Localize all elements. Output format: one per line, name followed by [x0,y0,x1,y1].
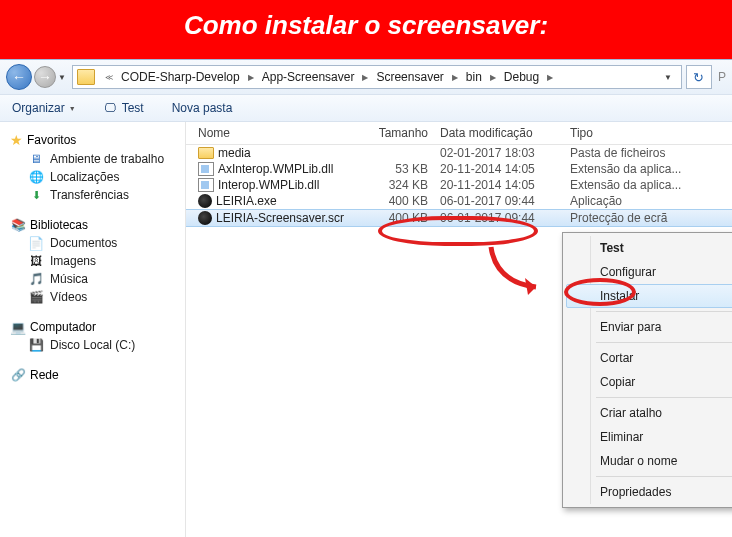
sidebar-images[interactable]: Imagens [6,252,179,270]
search-box-edge[interactable]: P [714,70,726,84]
file-date: 02-01-2017 18:03 [440,146,570,160]
ctx-rename[interactable]: Mudar o nome [566,449,732,473]
file-size: 400 KB [366,211,440,225]
separator [596,311,732,312]
sidebar-documents[interactable]: Documentos [6,234,179,252]
ctx-cut[interactable]: Cortar [566,346,732,370]
sidebar-desktop[interactable]: 🖥Ambiente de trabalho [6,150,179,168]
chevron-right-icon[interactable]: ▶ [356,73,374,82]
star-icon: ★ [10,132,23,148]
column-type[interactable]: Tipo [570,126,732,140]
exe-icon [198,194,212,208]
column-modified[interactable]: Data modificação [440,126,570,140]
folder-icon [77,69,95,85]
new-folder-button[interactable]: Nova pasta [172,101,233,115]
document-icon [28,236,44,250]
network-group[interactable]: Rede [6,366,179,384]
dll-icon [198,162,214,176]
ctx-shortcut[interactable]: Criar atalho [566,401,732,425]
file-size: 400 KB [366,194,440,208]
file-list: Nome Tamanho Data modificação Tipo media… [186,122,732,537]
sidebar-music[interactable]: Música [6,270,179,288]
address-bar: ← → ▼ ≪ CODE-Sharp-Develop ▶ App-Screens… [0,60,732,95]
breadcrumb[interactable]: ≪ CODE-Sharp-Develop ▶ App-Screensaver ▶… [72,65,682,89]
file-row[interactable]: LEIRIA.exe400 KB06-01-2017 09:44Aplicaçã… [186,193,732,209]
sidebar-locations[interactable]: Localizações [6,168,179,186]
folder-icon [198,147,214,159]
ctx-delete[interactable]: Eliminar [566,425,732,449]
file-size: 324 KB [366,178,440,192]
dll-icon [198,178,214,192]
image-icon [28,254,44,268]
back-button[interactable]: ← [6,64,32,90]
crumb-0[interactable]: CODE-Sharp-Develop [119,68,242,86]
music-icon [28,272,44,286]
organize-menu[interactable]: Organizar ▼ [12,101,76,115]
ctx-properties[interactable]: Propriedades [566,480,732,504]
file-type: Protecção de ecrã [570,211,732,225]
instruction-banner: Como instalar o screensaver: [0,0,732,59]
crumb-2[interactable]: Screensaver [374,68,445,86]
ctx-install[interactable]: Instalar [566,284,732,308]
file-date: 20-11-2014 14:05 [440,178,570,192]
chevron-right-icon[interactable]: ▶ [541,73,559,82]
chevron-right-icon[interactable]: ≪ [99,73,119,82]
sidebar-videos[interactable]: Vídeos [6,288,179,306]
sidebar-downloads[interactable]: Transferências [6,186,179,204]
refresh-button[interactable]: ↻ [686,65,712,89]
sidebar-local-disk[interactable]: Disco Local (C:) [6,336,179,354]
crumb-3[interactable]: bin [464,68,484,86]
crumb-4[interactable]: Debug [502,68,541,86]
desktop-icon: 🖥 [28,152,44,166]
ctx-test[interactable]: Test [566,236,732,260]
video-icon [28,290,44,304]
address-dropdown[interactable]: ▼ [659,73,677,82]
file-date: 06-01-2017 09:44 [440,211,570,225]
file-type: Extensão da aplica... [570,162,732,176]
file-row[interactable]: Interop.WMPLib.dll324 KB20-11-2014 14:05… [186,177,732,193]
computer-group[interactable]: Computador [6,318,179,336]
file-name: LEIRIA.exe [216,194,277,208]
chevron-right-icon[interactable]: ▶ [446,73,464,82]
nav-history-dropdown[interactable]: ▼ [56,73,68,82]
ctx-copy[interactable]: Copiar [566,370,732,394]
file-type: Extensão da aplica... [570,178,732,192]
file-size: 53 KB [366,162,440,176]
file-name: AxInterop.WMPLib.dll [218,162,333,176]
file-row[interactable]: LEIRIA-Screensaver.scr400 KB06-01-2017 0… [186,209,732,227]
test-button[interactable]: 🖵Test [104,101,144,115]
explorer-window: ← → ▼ ≪ CODE-Sharp-Develop ▶ App-Screens… [0,59,732,537]
download-icon [28,188,44,202]
column-name[interactable]: Nome [186,126,366,140]
file-row[interactable]: media02-01-2017 18:03Pasta de ficheiros [186,145,732,161]
file-type: Pasta de ficheiros [570,146,732,160]
annotation-arrow [481,242,551,302]
test-icon: 🖵 [104,101,118,115]
file-type: Aplicação [570,194,732,208]
ctx-configure[interactable]: Configurar [566,260,732,284]
separator [596,476,732,477]
sidebar: ★Favoritos 🖥Ambiente de trabalho Localiz… [0,122,186,537]
computer-icon [10,320,26,334]
context-menu: Test Configurar Instalar Enviar para▶ Co… [562,232,732,508]
crumb-1[interactable]: App-Screensaver [260,68,357,86]
forward-button[interactable]: → [34,66,56,88]
separator [596,397,732,398]
network-icon [10,368,26,382]
libraries-group[interactable]: 📚Bibliotecas [6,216,179,234]
chevron-right-icon[interactable]: ▶ [484,73,502,82]
file-row[interactable]: AxInterop.WMPLib.dll53 KB20-11-2014 14:0… [186,161,732,177]
favorites-group[interactable]: ★Favoritos [6,130,179,150]
file-name: LEIRIA-Screensaver.scr [216,211,344,225]
library-icon: 📚 [10,218,26,232]
file-name: Interop.WMPLib.dll [218,178,319,192]
ctx-send-to[interactable]: Enviar para▶ [566,315,732,339]
toolbar: Organizar ▼ 🖵Test Nova pasta [0,95,732,122]
file-date: 06-01-2017 09:44 [440,194,570,208]
exe-icon [198,211,212,225]
separator [596,342,732,343]
chevron-down-icon: ▼ [69,105,76,112]
globe-icon [28,170,44,184]
chevron-right-icon[interactable]: ▶ [242,73,260,82]
column-size[interactable]: Tamanho [366,126,440,140]
